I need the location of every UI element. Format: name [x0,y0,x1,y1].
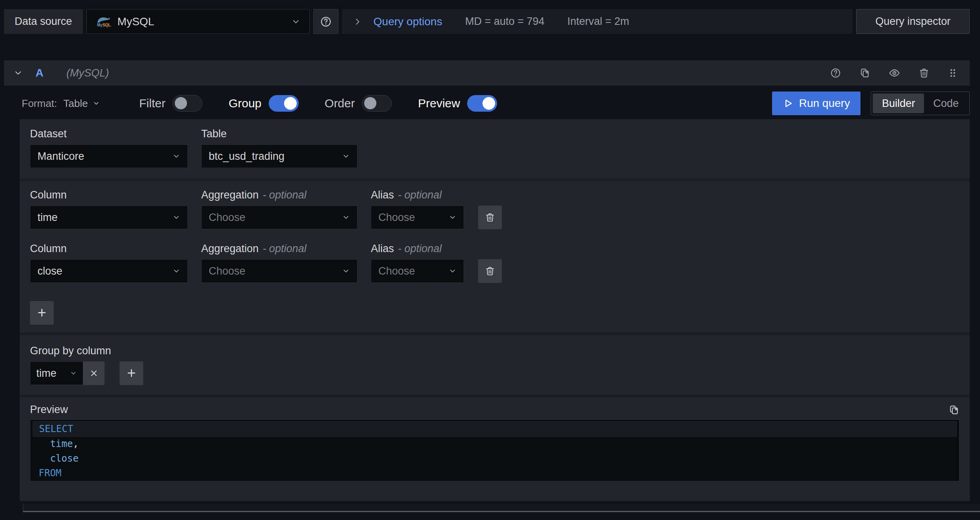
datasource-label: Data source [4,9,83,34]
preview-label: Preview [30,404,68,416]
column-select[interactable]: time [30,206,188,229]
query-row-header[interactable]: A (MySQL) [4,60,970,86]
aggregation-select-placeholder: Choose [209,211,245,224]
alias-select[interactable]: Choose [371,206,464,229]
preview-section: Preview SELECT time, close FROM [20,395,970,501]
aggregation-label: Aggregation [201,189,259,201]
duplicate-query-icon[interactable] [859,67,870,79]
table-select[interactable]: btc_usd_trading [201,144,357,168]
column-select[interactable]: close [30,259,188,283]
group-by-select-value: time [36,367,56,380]
datasource-toolbar: Data source MySQL. MySQL Query options [4,9,970,34]
aggregation-label: Aggregation [201,243,259,255]
column-row: Column time Aggregation - optional Choos… [30,189,959,229]
group-by-label: Group by column [30,345,959,357]
query-builder-panel: Dataset Manticore Table btc_usd_trading [20,119,970,501]
group-by-combo: time [30,361,105,385]
aggregation-select[interactable]: Choose [201,206,357,229]
chevron-down-icon [93,100,100,107]
aggregation-select[interactable]: Choose [201,259,357,283]
sql-preview-editor[interactable]: SELECT time, close FROM [30,419,959,481]
column-row: Column close Aggregation - optional Choo… [30,243,959,283]
aggregation-select-placeholder: Choose [209,265,245,277]
alias-select[interactable]: Choose [371,259,464,283]
toggle-knob [175,97,187,109]
query-datasource-hint: (MySQL) [66,67,109,79]
dataset-table-section: Dataset Manticore Table btc_usd_trading [20,119,970,178]
format-select[interactable]: Table [64,97,100,110]
run-query-button[interactable]: Run query [772,92,860,115]
sql-line [33,481,957,481]
chevron-down-icon [172,267,180,275]
query-options-link[interactable]: Query options [374,15,442,28]
datasource-picker[interactable]: MySQL. MySQL [86,9,310,34]
order-toggle[interactable] [362,95,392,112]
chevron-down-icon [342,213,350,221]
order-toggle-label: Order [325,97,355,110]
chevron-down-icon [172,152,180,160]
alias-select-placeholder: Choose [378,265,415,277]
sql-line: FROM [33,466,957,481]
format-select-value: Table [64,97,88,110]
preview-toggle-label: Preview [418,97,460,110]
sql-keyword: FROM [39,468,62,479]
group-by-section: Group by column time + [20,333,970,395]
plus-icon: + [37,305,46,320]
add-group-by-button[interactable]: + [120,361,143,385]
alias-optional-hint: - optional [398,189,442,201]
aggregation-field: Aggregation - optional Choose [201,189,357,229]
alias-label: Alias [371,189,394,201]
remove-group-by-button[interactable] [83,361,105,385]
chevron-down-icon [449,213,456,221]
x-icon [89,368,99,378]
editor-mode-switch: Builder Code [871,92,970,115]
group-toggle[interactable] [269,95,299,112]
collapse-chevron-down-icon[interactable] [13,68,23,78]
alias-label: Alias [371,243,394,255]
remove-column-button[interactable] [478,259,502,283]
alias-select-placeholder: Choose [378,211,415,224]
toggle-knob [483,97,495,110]
chevron-down-icon [342,267,350,275]
column-field: Column close [30,243,188,283]
column-label: Column [30,243,188,255]
copy-sql-icon[interactable] [948,404,959,415]
drag-handle-icon[interactable] [948,68,958,78]
sql-line: time, [33,437,957,451]
filter-toggle[interactable] [172,95,202,112]
mode-code[interactable]: Code [924,94,968,113]
trash-icon [485,266,495,276]
svg-text:MySQL.: MySQL. [97,23,111,27]
table-select-value: btc_usd_trading [209,150,284,163]
aggregation-optional-hint: - optional [263,243,307,255]
mode-builder[interactable]: Builder [873,94,924,113]
datasource-picker-value: MySQL [118,15,154,28]
remove-column-button[interactable] [478,206,502,229]
filter-toggle-label: Filter [139,97,166,110]
datasource-help-button[interactable] [313,9,339,34]
query-options-bar[interactable]: Query options MD = auto = 794 Interval =… [342,9,853,34]
column-select-value: time [37,211,58,224]
play-icon [783,98,793,108]
eye-icon[interactable] [888,67,900,79]
help-circle-icon [320,16,332,28]
add-column-button[interactable]: + [30,301,54,325]
max-data-points-value: MD = auto = 794 [465,15,544,28]
filter-toggle-group: Filter [139,95,203,112]
alias-field: Alias - optional Choose [371,243,464,283]
dataset-select[interactable]: Manticore [30,144,188,168]
alias-field: Alias - optional Choose [371,189,464,229]
query-ref-id: A [36,67,43,79]
chevron-right-icon [353,17,362,26]
sql-line: SELECT [33,421,957,437]
aggregation-field: Aggregation - optional Choose [201,243,357,283]
chevron-down-icon [172,213,180,221]
query-inspector-button[interactable]: Query inspector [856,9,970,34]
trash-icon[interactable] [918,67,930,79]
preview-toggle[interactable] [467,95,497,112]
aggregation-optional-hint: - optional [263,189,307,201]
toggle-knob [364,97,376,109]
table-label: Table [201,128,357,140]
help-circle-icon[interactable] [830,67,841,79]
group-by-select[interactable]: time [30,361,83,385]
